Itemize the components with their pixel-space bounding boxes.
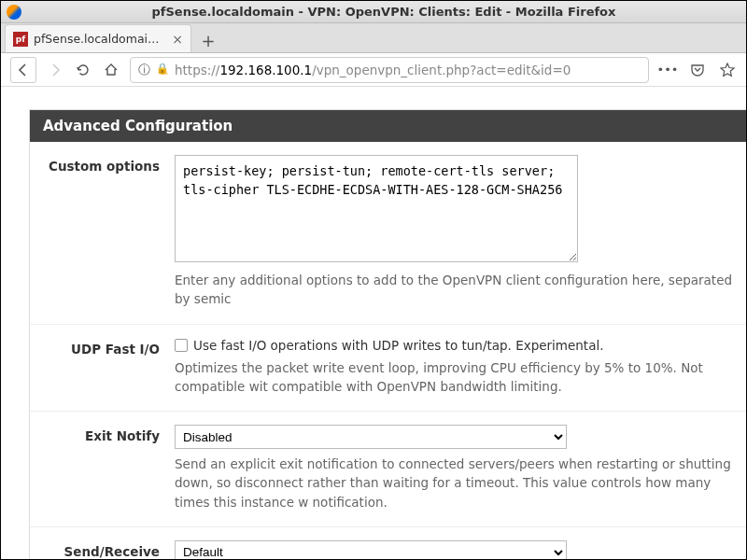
- home-icon: [104, 63, 119, 77]
- tab-title: pfSense.localdomain - VP…: [34, 32, 166, 46]
- label-exit-notify: Exit Notify: [30, 425, 175, 511]
- browser-tabbar: pf pfSense.localdomain - VP… × +: [1, 23, 746, 53]
- help-custom-options: Enter any additional options to add to t…: [175, 271, 745, 309]
- forward-arrow-icon: [48, 63, 63, 77]
- panel-header: Advanced Configuration: [30, 110, 746, 142]
- firefox-logo-icon: [7, 5, 21, 20]
- custom-options-textarea[interactable]: persist-key; persist-tun; remote-cert-tl…: [175, 155, 578, 262]
- row-send-recv-buffer: Send/Receive Buffer Default Configure a …: [30, 526, 746, 560]
- udp-fast-io-checkbox-label[interactable]: Use fast I/O operations with UDP writes …: [175, 338, 745, 353]
- udp-fast-io-checkbox-text: Use fast I/O operations with UDP writes …: [193, 338, 603, 353]
- page-actions-icon[interactable]: •••: [658, 61, 677, 79]
- tab-close-icon[interactable]: ×: [172, 32, 183, 47]
- field-send-recv-buffer: Default Configure a Send and Receive Buf…: [175, 540, 746, 560]
- help-udp-fast-io: Optimizes the packet write event loop, i…: [175, 358, 745, 397]
- reload-button[interactable]: [74, 61, 92, 79]
- panel-body: Custom options persist-key; persist-tun;…: [30, 142, 746, 560]
- tab-favicon-icon: pf: [13, 32, 28, 47]
- row-exit-notify: Exit Notify Disabled Send an explicit ex…: [30, 411, 746, 526]
- lock-warning-icon[interactable]: [156, 63, 169, 77]
- reload-icon: [76, 63, 91, 77]
- home-button[interactable]: [102, 61, 120, 79]
- page-content: Advanced Configuration Custom options pe…: [1, 87, 746, 560]
- row-custom-options: Custom options persist-key; persist-tun;…: [30, 147, 746, 324]
- label-custom-options: Custom options: [30, 155, 175, 309]
- url-text: https://192.168.100.1/vpn_openvpn_client…: [175, 63, 641, 77]
- back-arrow-icon: [16, 63, 31, 77]
- label-send-recv-buffer: Send/Receive Buffer: [30, 540, 175, 560]
- send-recv-buffer-select[interactable]: Default: [175, 540, 567, 560]
- exit-notify-select[interactable]: Disabled: [175, 425, 567, 449]
- field-custom-options: persist-key; persist-tun; remote-cert-tl…: [175, 155, 746, 309]
- field-udp-fast-io: Use fast I/O operations with UDP writes …: [175, 338, 746, 397]
- toolbar-right-icons: •••: [658, 61, 737, 79]
- udp-fast-io-checkbox[interactable]: [175, 339, 188, 352]
- advanced-config-panel: Advanced Configuration Custom options pe…: [29, 109, 746, 560]
- row-udp-fast-io: UDP Fast I/O Use fast I/O operations wit…: [30, 324, 746, 412]
- browser-tab[interactable]: pf pfSense.localdomain - VP… ×: [5, 24, 191, 52]
- label-udp-fast-io: UDP Fast I/O: [30, 338, 175, 397]
- url-bar[interactable]: ⓘ https://192.168.100.1/vpn_openvpn_clie…: [130, 57, 649, 83]
- help-exit-notify: Send an explicit exit notification to co…: [175, 455, 745, 511]
- back-button[interactable]: [10, 57, 36, 83]
- forward-button: [46, 61, 64, 79]
- field-exit-notify: Disabled Send an explicit exit notificat…: [175, 425, 746, 511]
- window-title: pfSense.localdomain - VPN: OpenVPN: Clie…: [27, 5, 740, 19]
- window-titlebar: pfSense.localdomain - VPN: OpenVPN: Clie…: [1, 1, 746, 23]
- new-tab-button[interactable]: +: [195, 28, 221, 52]
- bookmark-star-icon[interactable]: [718, 61, 737, 79]
- site-info-icon[interactable]: ⓘ: [138, 62, 150, 78]
- pocket-icon[interactable]: [688, 61, 707, 79]
- browser-navbar: ⓘ https://192.168.100.1/vpn_openvpn_clie…: [1, 53, 746, 87]
